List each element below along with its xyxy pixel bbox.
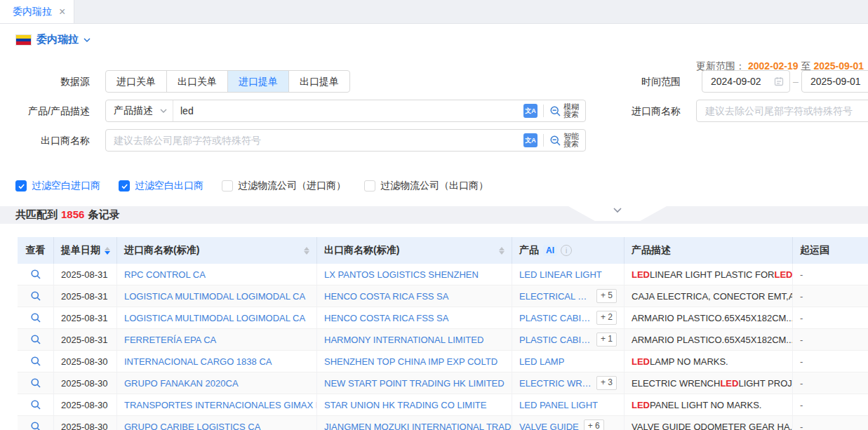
country-selector[interactable]: 委内瑞拉 — [15, 33, 91, 46]
checkbox-unchecked-icon[interactable] — [364, 180, 375, 192]
checkbox-unchecked-icon[interactable] — [222, 180, 233, 192]
product-link[interactable]: PLASTIC CABINET — [519, 335, 592, 345]
cell-importer-link[interactable]: LOGISTICA MULTIMODAL LOGIMODAL CA — [117, 307, 317, 328]
view-search-icon — [30, 399, 41, 410]
date-end-value[interactable] — [809, 75, 868, 88]
product-count-tag[interactable]: + 5 — [596, 289, 617, 303]
cell-importer-link[interactable]: INTERNACIONAL CARGO 1838 CA — [117, 351, 317, 372]
cell-importer-link[interactable]: TRANSPORTES INTERNACIONALES GIMAX D — [117, 394, 317, 415]
product-count-tag[interactable]: + 1 — [596, 332, 617, 347]
date-start-input[interactable] — [702, 70, 790, 93]
translate-icon[interactable]: 文A — [523, 104, 538, 118]
cell-importer-link[interactable]: GRUPO FANAKAN 2020CA — [117, 372, 317, 394]
cell-exporter-link[interactable]: JIANGMEN MOZUKI INTERNATIONAL TRADE — [317, 416, 512, 430]
product-search-input[interactable] — [173, 105, 523, 116]
cell-exporter-link[interactable]: HENCO COSTA RICA FSS SA — [317, 285, 512, 307]
translate-icon[interactable]: 文A — [523, 133, 538, 147]
view-button[interactable] — [18, 416, 54, 430]
data-source-tab-0[interactable]: 进口关单 — [105, 70, 167, 93]
cell-importer-link[interactable]: FERRETERÍA EPA CA — [117, 329, 317, 350]
country-name: 委内瑞拉 — [36, 33, 79, 46]
product-count-tag[interactable]: + 6 — [584, 419, 604, 430]
cell-importer-link[interactable]: LOGISTICA MULTIMODAL LOGIMODAL CA — [117, 285, 317, 307]
data-source-tab-3[interactable]: 出口提单 — [288, 70, 350, 93]
view-search-icon — [30, 356, 41, 367]
column-header-origin: 起运国 — [793, 237, 868, 264]
sort-icons[interactable] — [499, 247, 505, 255]
cell-origin: - — [793, 285, 868, 307]
cell-product: LED LINEAR LIGHT — [512, 264, 625, 285]
cell-importer-link[interactable]: GRUPO CARIBE LOGISTICS CA — [117, 416, 317, 430]
view-button[interactable] — [18, 351, 54, 372]
sort-desc-icon[interactable] — [499, 251, 505, 255]
column-header-date[interactable]: 提单日期 — [54, 237, 117, 264]
data-source-tab-2[interactable]: 进口提单 — [227, 70, 289, 93]
cell-exporter-link[interactable]: SHENZHEN TOP CHINA IMP EXP COLTD — [317, 351, 512, 372]
product-link[interactable]: LED LINEAR LIGHT — [519, 269, 602, 280]
cell-description: VALVE GUIDE ODOMETER GEAR HA... — [625, 416, 793, 430]
checkbox-checked-icon[interactable] — [119, 180, 130, 192]
view-search-icon — [30, 312, 41, 323]
close-icon[interactable]: × — [59, 6, 65, 18]
search-minus-icon — [549, 135, 561, 147]
view-button[interactable] — [18, 264, 54, 285]
info-icon[interactable]: i — [561, 245, 572, 256]
cell-exporter-link[interactable]: NEW START POINT TRADING HK LIMITED — [317, 372, 512, 394]
view-button[interactable] — [18, 285, 54, 307]
cell-description: LED LAMP NO MARKS. — [625, 351, 793, 372]
cell-date: 2025-08-31 — [54, 307, 117, 328]
product-link[interactable]: PLASTIC CABINET — [519, 313, 592, 323]
cell-exporter-link[interactable]: HENCO COSTA RICA FSS SA — [317, 307, 512, 328]
chevron-down-icon — [160, 107, 167, 114]
filter-checkbox-2[interactable]: 过滤物流公司（进口商） — [222, 180, 346, 192]
product-count-tag[interactable]: + 2 — [596, 311, 617, 325]
date-start-value[interactable] — [709, 75, 774, 88]
collapse-panel-button[interactable] — [568, 206, 667, 221]
tab-venezuela[interactable]: 委内瑞拉 × — [0, 0, 74, 23]
column-header-exporter[interactable]: 出口商名称(标准) — [317, 237, 512, 264]
view-button[interactable] — [18, 307, 54, 328]
product-link[interactable]: LED PANEL LIGHT — [519, 400, 598, 410]
product-link[interactable]: VALVE GUIDE — [519, 422, 579, 430]
exporter-name-input[interactable] — [106, 135, 523, 146]
cell-exporter-link[interactable]: HARMONY INTERNATIONAL LIMITED — [317, 329, 512, 350]
product-link[interactable]: LED LAMP — [519, 356, 564, 367]
view-search-icon — [30, 377, 41, 389]
product-label: 产品/产品描述 — [0, 100, 100, 122]
view-button[interactable] — [18, 329, 54, 350]
calendar-icon — [774, 76, 784, 86]
product-field-select[interactable]: 产品描述 — [106, 100, 173, 121]
sort-icons[interactable] — [304, 247, 309, 255]
sort-desc-icon-active[interactable] — [105, 251, 110, 255]
checkbox-label: 过滤物流公司（进口商） — [238, 180, 346, 192]
checkbox-checked-icon[interactable] — [15, 180, 27, 192]
cell-origin: - — [793, 372, 868, 394]
sort-asc-icon[interactable] — [304, 247, 309, 250]
column-header-importer[interactable]: 进口商名称(标准) — [117, 237, 317, 264]
filter-checkbox-1[interactable]: 过滤空白出口商 — [119, 180, 203, 192]
filter-checkbox-0[interactable]: 过滤空白进口商 — [15, 180, 100, 192]
sort-icons[interactable] — [105, 247, 110, 255]
product-link[interactable]: ELECTRIC WREN... — [519, 378, 592, 389]
cell-exporter-link[interactable]: STAR UNION HK TRADING CO LIMITE — [317, 394, 512, 415]
sort-asc-icon[interactable] — [499, 247, 505, 250]
sort-desc-icon[interactable] — [304, 251, 309, 255]
product-count-tag[interactable]: + 3 — [596, 376, 617, 390]
importer-name-input[interactable] — [696, 100, 868, 122]
filter-checkbox-3[interactable]: 过滤物流公司（出口商） — [364, 180, 488, 192]
cell-exporter-link[interactable]: LX PANTOS LOGISTICS SHENZHEN — [317, 264, 512, 285]
sort-asc-icon[interactable] — [105, 247, 110, 250]
cell-importer-link[interactable]: RPC CONTROL CA — [117, 264, 317, 285]
product-link[interactable]: ELECTRICAL BOX — [519, 291, 592, 302]
date-end-input[interactable] — [801, 70, 868, 93]
view-button[interactable] — [18, 394, 54, 415]
data-source-label: 数据源 — [0, 70, 100, 93]
cell-description: CAJA ELECTRICA, CONECTOR EMT,A... — [625, 285, 793, 307]
data-source-tab-1[interactable]: 出口关单 — [166, 70, 228, 93]
smart-search-button[interactable]: 智能搜索 — [549, 133, 579, 148]
search-minus-icon — [549, 105, 561, 117]
importer-input-field[interactable] — [704, 105, 868, 117]
cell-origin: - — [793, 394, 868, 415]
date-range-separator: – — [793, 70, 799, 93]
view-button[interactable] — [18, 372, 54, 394]
